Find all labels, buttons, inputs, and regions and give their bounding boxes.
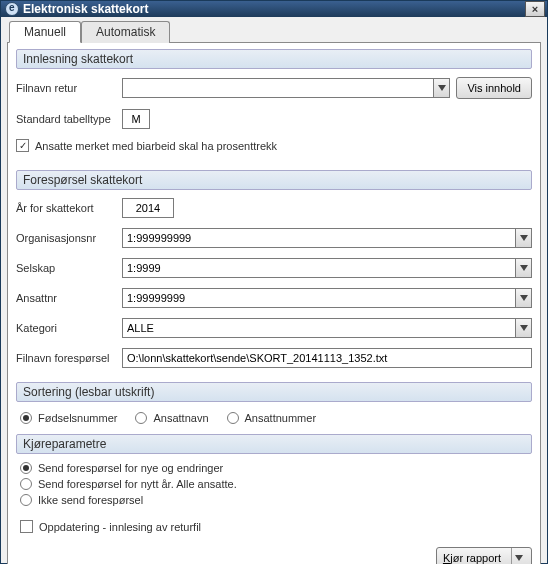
- app-icon: [5, 2, 19, 16]
- radio-label: Ikke send forespørsel: [38, 494, 143, 506]
- label-ansattnr: Ansattnr: [16, 292, 116, 304]
- chevron-down-icon[interactable]: [515, 319, 531, 337]
- section-kjoreparam-heading: Kjøreparametre: [16, 434, 532, 454]
- chevron-down-icon[interactable]: [515, 259, 531, 277]
- radio-send-nye-endringer[interactable]: Send forespørsel for nye og endringer: [20, 462, 528, 474]
- tab-bar: Manuell Automatisk: [7, 21, 541, 43]
- label-selskap: Selskap: [16, 262, 116, 274]
- tab-manuell[interactable]: Manuell: [9, 21, 81, 43]
- label-filnavn-foresporsel: Filnavn forespørsel: [16, 352, 116, 364]
- section-innlesning-heading: Innlesning skattekort: [16, 49, 532, 69]
- radio-circle: [227, 412, 239, 424]
- radio-fodselsnummer[interactable]: Fødselsnummer: [20, 412, 117, 424]
- label-orgnr: Organisasjonsnr: [16, 232, 116, 244]
- chevron-down-icon[interactable]: [515, 289, 531, 307]
- app-window: Elektronisk skattekort × Manuell Automat…: [0, 0, 548, 564]
- orgnr-combo[interactable]: 1:999999999: [122, 228, 532, 248]
- close-button[interactable]: ×: [525, 1, 545, 17]
- kjor-rapport-button[interactable]: Kjør rapport: [436, 547, 532, 564]
- checkbox-box: [20, 520, 33, 533]
- label-aar: År for skattekort: [16, 202, 116, 214]
- kategori-value: ALLE: [123, 322, 515, 334]
- label-standard-tabelltype: Standard tabelltype: [16, 113, 116, 125]
- radio-ansattnummer[interactable]: Ansattnummer: [227, 412, 317, 424]
- selskap-value: 1:9999: [123, 262, 515, 274]
- radio-label: Ansattnummer: [245, 412, 317, 424]
- radio-circle: [20, 494, 32, 506]
- kategori-combo[interactable]: ALLE: [122, 318, 532, 338]
- radio-ansattnavn[interactable]: Ansattnavn: [135, 412, 208, 424]
- radio-circle: [20, 412, 32, 424]
- radio-ikke-send[interactable]: Ikke send forespørsel: [20, 494, 528, 506]
- ansattnr-combo[interactable]: 1:99999999: [122, 288, 532, 308]
- chevron-down-icon[interactable]: [433, 79, 449, 97]
- radio-circle: [20, 478, 32, 490]
- checkbox-label: Oppdatering - innlesing av returfil: [39, 521, 201, 533]
- titlebar: Elektronisk skattekort ×: [1, 1, 547, 17]
- tab-body: Innlesning skattekort Filnavn retur Vis …: [7, 42, 541, 564]
- radio-circle: [135, 412, 147, 424]
- label-kategori: Kategori: [16, 322, 116, 334]
- section-sortering-heading: Sortering (lesbar utskrift): [16, 382, 532, 402]
- vis-innhold-button[interactable]: Vis innhold: [456, 77, 532, 99]
- standard-tabelltype-input[interactable]: [122, 109, 150, 129]
- window-title: Elektronisk skattekort: [23, 2, 148, 16]
- tab-automatisk[interactable]: Automatisk: [81, 21, 170, 43]
- checkbox-label: Ansatte merket med biarbeid skal ha pros…: [35, 140, 277, 152]
- radio-send-nytt-aar[interactable]: Send forespørsel for nytt år. Alle ansat…: [20, 478, 528, 490]
- aar-input[interactable]: [122, 198, 174, 218]
- radio-label: Send forespørsel for nytt år. Alle ansat…: [38, 478, 237, 490]
- section-foresporsel-heading: Forespørsel skattekort: [16, 170, 532, 190]
- oppdatering-checkbox[interactable]: Oppdatering - innlesing av returfil: [20, 520, 528, 533]
- chevron-down-icon[interactable]: [511, 548, 525, 564]
- radio-label: Send forespørsel for nye og endringer: [38, 462, 223, 474]
- ansattnr-value: 1:99999999: [123, 292, 515, 304]
- filnavn-retur-combo[interactable]: [122, 78, 450, 98]
- radio-label: Ansattnavn: [153, 412, 208, 424]
- label-filnavn-retur: Filnavn retur: [16, 82, 116, 94]
- chevron-down-icon[interactable]: [515, 229, 531, 247]
- radio-label: Fødselsnummer: [38, 412, 117, 424]
- filnavn-foresporsel-input[interactable]: [122, 348, 532, 368]
- orgnr-value: 1:999999999: [123, 232, 515, 244]
- checkbox-box: ✓: [16, 139, 29, 152]
- selskap-combo[interactable]: 1:9999: [122, 258, 532, 278]
- radio-circle: [20, 462, 32, 474]
- biarbeid-prosenttrekk-checkbox[interactable]: ✓ Ansatte merket med biarbeid skal ha pr…: [16, 139, 277, 152]
